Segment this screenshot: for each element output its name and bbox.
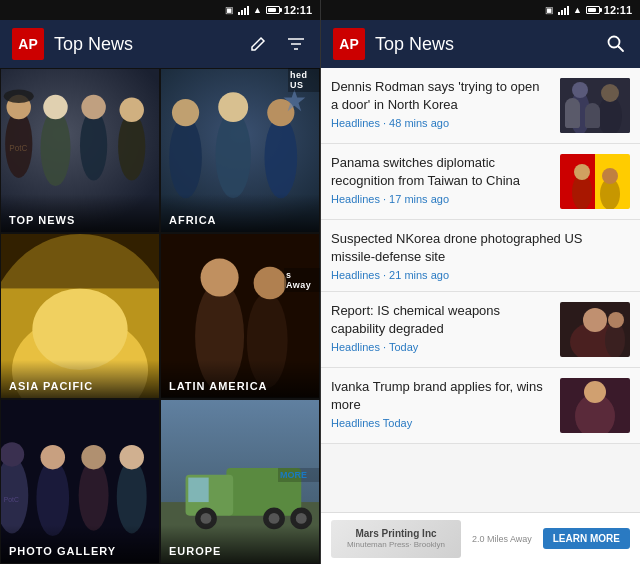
news-thumb-1 xyxy=(560,78,630,133)
left-signal-bars xyxy=(238,5,249,15)
svg-point-48 xyxy=(201,513,212,524)
news-headline-2: Panama switches diplomatic recognition f… xyxy=(331,154,550,189)
news-headline-4: Report: IS chemical weapons capability d… xyxy=(331,302,550,337)
svg-point-50 xyxy=(269,513,280,524)
news-thumb-5 xyxy=(560,378,630,433)
news-headline-5: Ivanka Trump brand applies for, wins mor… xyxy=(331,378,550,413)
news-text-1: Dennis Rodman says 'trying to open a doo… xyxy=(331,78,550,129)
ad-image: Mars Printing Inc Minuteman Press· Brook… xyxy=(331,520,461,558)
svg-point-6 xyxy=(41,110,71,186)
news-item-4[interactable]: Report: IS chemical weapons capability d… xyxy=(321,292,640,368)
filter-icon[interactable] xyxy=(284,32,308,56)
left-status-bar: ▣ ▲ 12:11 xyxy=(0,0,320,20)
right-photo-icon: ▣ xyxy=(545,5,554,15)
ad-spacer: 2.0 Miles Away xyxy=(471,534,533,544)
ad-subtitle: Minuteman Press· Brooklyn xyxy=(347,540,445,550)
news-item-1[interactable]: Dennis Rodman says 'trying to open a doo… xyxy=(321,68,640,144)
category-grid: PotC TOP NEWS xyxy=(0,68,320,564)
grid-item-photo-gallery[interactable]: PotC PHOTO GALLERY xyxy=(0,399,160,564)
svg-point-16 xyxy=(172,99,199,126)
news-meta-1: Headlines · 48 mins ago xyxy=(331,117,550,129)
svg-text:PotC: PotC xyxy=(4,496,19,503)
svg-point-9 xyxy=(81,95,105,119)
right-signal-bars xyxy=(558,5,569,15)
grid-label-africa: AFRICA xyxy=(161,194,319,232)
svg-point-65 xyxy=(602,168,618,184)
svg-point-36 xyxy=(41,445,65,469)
search-icon[interactable] xyxy=(604,32,628,56)
svg-point-53 xyxy=(609,37,620,48)
news-meta-5: Headlines Today xyxy=(331,417,550,429)
svg-point-17 xyxy=(216,111,251,198)
svg-point-39 xyxy=(117,460,147,533)
left-battery-icon xyxy=(266,6,280,14)
svg-point-37 xyxy=(79,460,109,531)
grid-label-top-news: TOP NEWS xyxy=(1,194,159,232)
svg-point-40 xyxy=(119,445,143,469)
svg-point-8 xyxy=(80,110,107,181)
grid-label-latin-america: LATIN AMERICA xyxy=(161,360,319,398)
svg-point-57 xyxy=(572,82,588,98)
news-meta-4: Headlines · Today xyxy=(331,341,550,353)
news-item-2[interactable]: Panama switches diplomatic recognition f… xyxy=(321,144,640,220)
grid-item-asia-pacific[interactable]: ASIA PACIFIC xyxy=(0,233,160,398)
ad-distance: 2.0 Miles Away xyxy=(471,534,533,544)
svg-point-63 xyxy=(574,164,590,180)
ad-banner: Mars Printing Inc Minuteman Press· Brook… xyxy=(321,512,640,564)
svg-point-10 xyxy=(118,113,145,181)
right-panel: ▣ ▲ 12:11 AP Top News Dennis Rodman says xyxy=(320,0,640,564)
svg-point-18 xyxy=(218,92,248,122)
left-title: Top News xyxy=(54,34,236,55)
news-item-5[interactable]: Ivanka Trump brand applies for, wins mor… xyxy=(321,368,640,444)
ad-company: Mars Printing Inc xyxy=(347,528,445,540)
news-meta-3: Headlines · 21 mins ago xyxy=(331,269,630,281)
grid-item-latin-america[interactable]: LATIN AMERICA xyxy=(160,233,320,398)
svg-point-12 xyxy=(4,89,34,103)
news-headline-1: Dennis Rodman says 'trying to open a doo… xyxy=(331,78,550,113)
svg-point-7 xyxy=(43,95,67,119)
svg-point-29 xyxy=(201,259,239,297)
svg-point-20 xyxy=(267,99,294,126)
svg-point-15 xyxy=(169,117,202,199)
ad-learn-more-button[interactable]: LEARN MORE xyxy=(543,528,630,549)
news-list: Dennis Rodman says 'trying to open a doo… xyxy=(321,68,640,512)
grid-label-europe: EUROPE xyxy=(161,525,319,563)
left-photo-icon: ▣ xyxy=(225,5,234,15)
svg-point-68 xyxy=(583,308,607,332)
news-headline-3: Suspected NKorea drone photographed US m… xyxy=(331,230,630,265)
svg-point-31 xyxy=(254,267,287,300)
grid-label-asia-pacific: ASIA PACIFIC xyxy=(1,360,159,398)
left-top-icons xyxy=(246,32,308,56)
grid-item-top-news[interactable]: PotC TOP NEWS xyxy=(0,68,160,233)
svg-point-52 xyxy=(296,513,307,524)
news-text-3: Suspected NKorea drone photographed US m… xyxy=(331,230,630,281)
svg-point-11 xyxy=(119,98,143,122)
left-ap-logo: AP xyxy=(12,28,44,60)
news-meta-2: Headlines · 17 mins ago xyxy=(331,193,550,205)
left-panel: ▣ ▲ 12:11 AP Top News xyxy=(0,0,320,564)
svg-point-38 xyxy=(81,445,105,469)
left-time: 12:11 xyxy=(284,4,312,16)
right-title: Top News xyxy=(375,34,594,55)
grid-item-africa[interactable]: AFRICA xyxy=(160,68,320,233)
right-status-bar: ▣ ▲ 12:11 xyxy=(321,0,640,20)
news-item-3[interactable]: Suspected NKorea drone photographed US m… xyxy=(321,220,640,292)
news-thumb-4 xyxy=(560,302,630,357)
edit-icon[interactable] xyxy=(246,32,270,56)
svg-point-59 xyxy=(601,84,619,102)
news-text-5: Ivanka Trump brand applies for, wins mor… xyxy=(331,378,550,429)
news-text-4: Report: IS chemical weapons capability d… xyxy=(331,302,550,353)
svg-point-73 xyxy=(584,381,606,403)
svg-point-70 xyxy=(608,312,624,328)
svg-rect-26 xyxy=(1,234,159,288)
svg-point-25 xyxy=(32,289,127,371)
left-top-bar: AP Top News xyxy=(0,20,320,68)
svg-point-19 xyxy=(264,117,297,199)
svg-text:PotC: PotC xyxy=(9,144,27,153)
news-thumb-2 xyxy=(560,154,630,209)
right-wifi-icon: ▲ xyxy=(573,5,582,15)
svg-rect-46 xyxy=(188,477,208,501)
right-ap-logo: AP xyxy=(333,28,365,60)
grid-item-europe[interactable]: EUROPE xyxy=(160,399,320,564)
right-battery-icon xyxy=(586,6,600,14)
